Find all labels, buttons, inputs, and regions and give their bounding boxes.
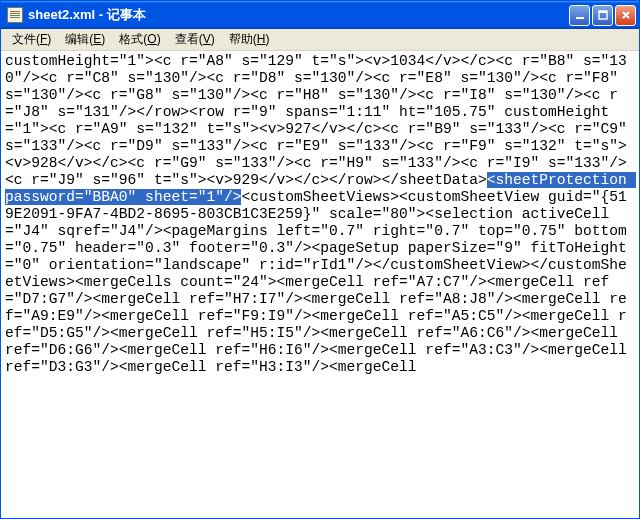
menu-edit[interactable]: 编辑(E) [58, 29, 112, 50]
close-icon [621, 10, 631, 20]
menu-help-label: 帮助 [229, 32, 253, 46]
notepad-window: sheet2.xml - 记事本 文件(F) 编辑(E) 格式(O) 查看(V)… [0, 0, 640, 519]
menu-edit-label: 编辑 [65, 32, 89, 46]
menu-file-label: 文件 [12, 32, 36, 46]
minimize-button[interactable] [569, 5, 590, 26]
maximize-icon [598, 10, 608, 20]
text-after-selection: <customSheetViews><customSheetView guid=… [5, 189, 636, 375]
window-control-buttons [569, 5, 636, 26]
svg-rect-0 [576, 17, 584, 19]
notepad-app-icon [7, 7, 23, 23]
menu-view-label: 查看 [175, 32, 199, 46]
menu-format-accel: O [147, 32, 156, 46]
menu-view-accel: V [203, 32, 211, 46]
minimize-icon [575, 10, 585, 20]
menu-edit-accel: E [93, 32, 101, 46]
menu-file[interactable]: 文件(F) [5, 29, 58, 50]
menu-help[interactable]: 帮助(H) [222, 29, 277, 50]
menu-view[interactable]: 查看(V) [168, 29, 222, 50]
menu-format-label: 格式 [119, 32, 143, 46]
svg-rect-2 [599, 11, 607, 13]
maximize-button[interactable] [592, 5, 613, 26]
menu-file-accel: F [40, 32, 47, 46]
menu-help-accel: H [257, 32, 266, 46]
text-area[interactable]: customHeight="1"><c r="A8" s="129" t="s"… [1, 51, 639, 518]
close-button[interactable] [615, 5, 636, 26]
menu-format[interactable]: 格式(O) [112, 29, 167, 50]
title-bar[interactable]: sheet2.xml - 记事本 [1, 1, 639, 29]
window-title: sheet2.xml - 记事本 [28, 6, 569, 24]
text-before-selection: customHeight="1"><c r="A8" s="129" t="s"… [5, 53, 636, 188]
menu-bar: 文件(F) 编辑(E) 格式(O) 查看(V) 帮助(H) [1, 29, 639, 51]
